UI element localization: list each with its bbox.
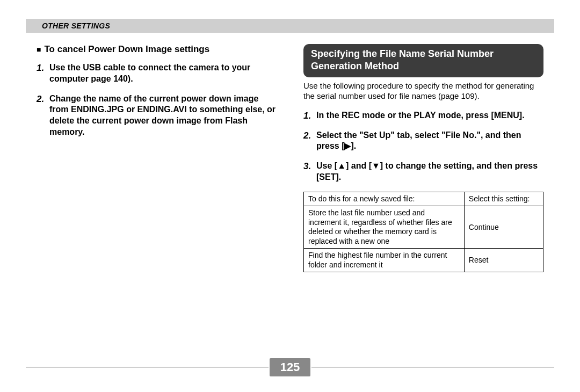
- header-title: OTHER SETTINGS: [42, 21, 110, 30]
- table-row: Find the highest file number in the curr…: [304, 249, 543, 272]
- right-step-2: Select the "Set Up" tab, select "File No…: [303, 130, 543, 153]
- table-cell-action: Find the highest file number in the curr…: [304, 249, 465, 272]
- table-cell-setting: Continue: [464, 206, 543, 249]
- left-heading: ■ To cancel Power Down Image settings: [37, 44, 277, 55]
- footer: 125: [26, 357, 554, 378]
- page-number: 125: [270, 358, 311, 376]
- content-area: ■ To cancel Power Down Image settings Us…: [26, 42, 554, 354]
- section-heading-box: Specifying the File Name Serial Number G…: [303, 44, 543, 77]
- table-header-row: To do this for a newly saved file: Selec…: [304, 192, 543, 206]
- left-step-1: Use the USB cable to connect the camera …: [37, 62, 277, 85]
- table-row: Store the last file number used and incr…: [304, 206, 543, 249]
- footer-line-right: [311, 367, 554, 368]
- left-heading-text: To cancel Power Down Image settings: [44, 44, 209, 55]
- table-cell-action: Store the last file number used and incr…: [304, 206, 465, 249]
- table-header-action: To do this for a newly saved file:: [304, 192, 465, 206]
- left-column: ■ To cancel Power Down Image settings Us…: [37, 44, 277, 354]
- right-column: Specifying the File Name Serial Number G…: [303, 44, 543, 354]
- intro-text: Use the following procedure to specify t…: [303, 81, 543, 101]
- footer-line-left: [26, 367, 269, 368]
- table-cell-setting: Reset: [464, 249, 543, 272]
- left-step-2: Change the name of the current power dow…: [37, 93, 277, 138]
- left-step-list: Use the USB cable to connect the camera …: [37, 62, 277, 138]
- right-step-3: Use [▲] and [▼] to change the setting, a…: [303, 161, 543, 183]
- right-step-1: In the REC mode or the PLAY mode, press …: [303, 110, 543, 121]
- settings-table: To do this for a newly saved file: Selec…: [303, 192, 543, 273]
- square-bullet-icon: ■: [37, 44, 41, 55]
- section-heading-text: Specifying the File Name Serial Number G…: [311, 48, 536, 73]
- table-header-setting: Select this setting:: [464, 192, 543, 206]
- right-step-list: In the REC mode or the PLAY mode, press …: [303, 110, 543, 183]
- header-bar: OTHER SETTINGS: [26, 19, 554, 33]
